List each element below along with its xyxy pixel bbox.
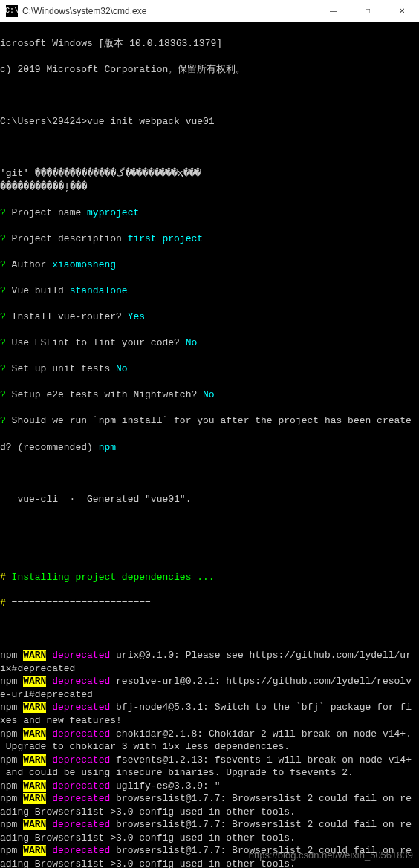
window-title: C:\Windows\system32\cmd.exe: [22, 6, 316, 16]
prompt-question: ? Project name myproject: [0, 206, 419, 220]
prompt-question: d? (recommended) npm: [0, 441, 419, 454]
section-header: # Installing project dependencies ...: [0, 571, 419, 584]
cmd-icon: C:\: [6, 5, 18, 17]
prompt-question: ? Vue build standalone: [0, 284, 419, 298]
terminal-line: [0, 545, 419, 558]
terminal-prompt: C:\Users\29424>vue init webpack vue01: [0, 115, 419, 128]
close-button[interactable]: ✕: [385, 0, 419, 22]
npm-warn-line: npm WARN deprecated urix@0.1.0: Please s…: [0, 649, 419, 662]
npm-warn-line: npm WARN deprecated browserslist@1.7.7: …: [0, 818, 419, 832]
npm-warn-line: npm WARN deprecated uglify-es@3.3.9: ": [0, 780, 419, 793]
prompt-question: ? Should we run `npm install` for you af…: [0, 414, 419, 428]
maximize-button[interactable]: □: [351, 0, 385, 22]
window-titlebar: C:\ C:\Windows\system32\cmd.exe — □ ✕: [0, 0, 419, 22]
terminal-line: c) 2019 Microsoft Corporation。保留所有权利。: [0, 63, 419, 76]
terminal-output[interactable]: icrosoft Windows [版本 10.0.18363.1379] c)…: [0, 22, 419, 868]
terminal-line: 'git' ��������������ڲ���������ҳ��� �����…: [0, 167, 419, 193]
npm-warn-line: npm WARN deprecated bfj-node4@5.3.1: Swi…: [0, 701, 419, 714]
prompt-question: ? Use ESLint to lint your code? No: [0, 336, 419, 350]
npm-warn-line: ading Browserslist >3.0 config used in o…: [0, 806, 419, 819]
npm-warn-line: Upgrade to chokidar 3 with 15x less depe…: [0, 740, 419, 754]
prompt-question: ? Project description first project: [0, 232, 419, 246]
prompt-question: ? Setup e2e tests with Nightwatch? No: [0, 388, 419, 402]
minimize-button[interactable]: —: [316, 0, 351, 22]
npm-warn-line: npm WARN deprecated browserslist@1.7.7: …: [0, 792, 419, 806]
terminal-line: [0, 89, 419, 102]
npm-warn-line: npm WARN deprecated fsevents@1.2.13: fse…: [0, 754, 419, 767]
terminal-line: [0, 519, 419, 532]
terminal-line: [0, 467, 419, 480]
prompt-question: ? Set up unit tests No: [0, 362, 419, 376]
terminal-line: vue-cli · Generated "vue01".: [0, 493, 419, 506]
window-controls: — □ ✕: [316, 0, 419, 22]
prompt-question: ? Install vue-router? Yes: [0, 310, 419, 324]
terminal-line: [0, 623, 419, 636]
npm-warn-line: ading Browserslist >3.0 config used in o…: [0, 832, 419, 845]
npm-warn-line: and could be using insecure binaries. Up…: [0, 766, 419, 780]
npm-warn-line: npm WARN deprecated resolve-url@0.2.1: h…: [0, 675, 419, 688]
npm-warn-line: e-url#deprecated: [0, 688, 419, 702]
npm-warn-line: xes and new features!: [0, 714, 419, 728]
terminal-line: [0, 141, 419, 154]
npm-warn-line: npm WARN deprecated chokidar@2.1.8: Chok…: [0, 728, 419, 741]
terminal-line: icrosoft Windows [版本 10.0.18363.1379]: [0, 37, 419, 50]
watermark: https://blog.csdn.net/weixin_50561839: [249, 849, 413, 862]
prompt-question: ? Author xiaomosheng: [0, 258, 419, 272]
terminal-line: # ========================: [0, 597, 419, 610]
npm-warn-line: ix#deprecated: [0, 662, 419, 676]
